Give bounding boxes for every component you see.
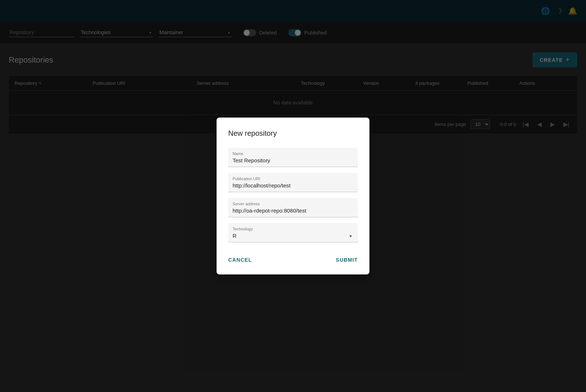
dialog-title: New repository	[228, 129, 358, 138]
server-address-field: Server address	[228, 198, 358, 217]
server-address-input[interactable]	[233, 207, 353, 214]
name-input[interactable]	[233, 157, 353, 163]
technology-select-wrap: R Python Bioconductor ▾	[233, 233, 353, 239]
server-address-label: Server address	[233, 202, 353, 206]
publication-uri-input[interactable]	[233, 182, 353, 189]
publication-uri-field: Publication URI	[228, 173, 358, 192]
new-repository-dialog: New repository Name Publication URI Serv…	[217, 118, 369, 274]
dialog-actions: CANCEL SUBMIT	[228, 251, 358, 266]
technology-select[interactable]: R Python Bioconductor	[233, 233, 353, 239]
modal-overlay[interactable]: New repository Name Publication URI Serv…	[0, 0, 586, 392]
name-field: Name	[228, 148, 358, 167]
technology-label: Technology	[233, 227, 353, 231]
technology-field: Technology R Python Bioconductor ▾	[228, 223, 358, 242]
submit-button[interactable]: SUBMIT	[336, 254, 358, 266]
cancel-button[interactable]: CANCEL	[228, 254, 252, 266]
name-label: Name	[233, 151, 353, 156]
publication-uri-label: Publication URI	[233, 177, 353, 181]
